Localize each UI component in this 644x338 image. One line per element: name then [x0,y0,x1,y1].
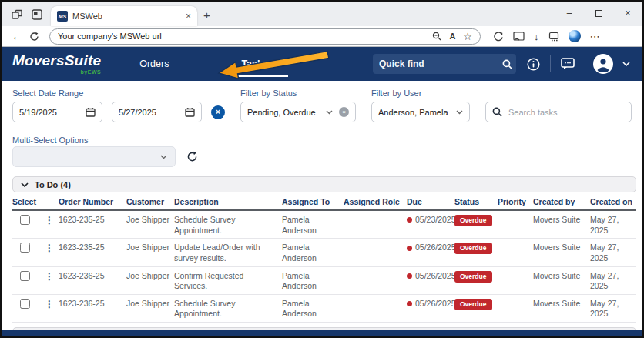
overdue-dot-icon [407,273,412,279]
nav-tab-tasks[interactable]: Tasks [240,54,270,74]
cell-created-on: May 27, 2025 [590,243,636,263]
chevron-down-icon[interactable] [456,110,463,115]
app-nav: Orders Tasks [138,54,270,74]
tab-actions-icon[interactable] [31,8,43,21]
date-to-field[interactable] [112,102,202,122]
status-badge: Overdue [454,243,492,254]
browser-tab[interactable]: MS MSWeb × [51,6,197,26]
cell-created-on: May 27, 2025 [590,215,636,236]
calendar-icon[interactable] [185,107,195,117]
calendar-icon[interactable] [86,107,96,117]
header-divider [585,55,585,72]
url-bar[interactable]: A ☆ [49,28,481,45]
task-row: ⋮ 1623-235-25 Joe Shipper Update Lead/Or… [12,239,636,266]
downloads-icon[interactable]: ↓ [534,31,539,42]
window-close-button[interactable]: × [613,2,642,25]
app-header: MoversSuite byEWS Orders Tasks [2,47,642,81]
logo-text: MoversSuite [12,52,101,69]
chevron-down-icon[interactable] [160,155,167,159]
date-to-input[interactable] [119,108,173,117]
row-menu-kebab-icon[interactable]: ⋮ [40,243,59,255]
refresh-button[interactable] [29,32,45,42]
window-minimize-button[interactable]: – [555,2,584,25]
col-assigned-role: Assigned Role [344,197,407,206]
clear-date-filter-icon[interactable]: × [211,105,225,119]
col-priority: Priority [498,197,533,206]
overdue-dot-icon [407,301,412,306]
favorite-star-icon[interactable]: ☆ [463,31,472,42]
task-row: ⋮ 1623-235-25 Joe Shipper Schedule Surve… [12,211,636,239]
tab-close-icon[interactable]: × [186,11,191,22]
browser-essentials-icon[interactable] [493,31,504,42]
status-badge: Overdue [454,215,492,226]
task-row: ⋮ 1623-236-25 Joe Shipper Schedule Surve… [12,295,636,323]
browser-profile-avatar[interactable] [569,30,581,42]
logo-subtext: byEWS [12,69,101,75]
cell-description: Schedule Survey Appointment. [174,215,282,236]
cell-created-on: May 27, 2025 [590,299,636,320]
url-input[interactable] [58,32,426,41]
status-badge: Overdue [454,299,492,310]
row-checkbox[interactable] [20,271,30,281]
cell-order-number: 1623-235-25 [59,243,126,253]
quick-find-search-icon[interactable] [502,59,512,69]
cell-assigned-to: Pamela Anderson [282,299,344,320]
search-tasks-field[interactable] [485,102,632,122]
cell-status: Overdue [454,243,498,254]
browser-toolbar: ← A ☆ ↓ ⋯ [2,26,642,47]
multi-select-label: Multi-Select Options [12,136,88,145]
info-icon[interactable] [524,58,542,71]
new-tab-button[interactable]: + [203,8,210,22]
cell-description: Schedule Survey Appointment. [174,299,282,320]
header-divider [550,55,551,72]
search-tasks-input[interactable] [508,108,625,117]
status-filter-select[interactable]: Pending, Overdue × [240,102,356,122]
status-badge: Overdue [454,271,492,283]
row-checkbox[interactable] [20,215,30,225]
window-maximize-button[interactable] [584,2,613,25]
cell-due: 05/23/2025 [407,215,454,226]
cell-status: Overdue [454,215,498,226]
date-from-field[interactable] [12,102,102,122]
read-aloud-icon[interactable]: A [449,32,455,41]
more-options-icon[interactable]: ⋯ [590,31,600,42]
quick-find-input[interactable] [379,59,502,69]
web-capture-icon[interactable] [548,32,559,42]
quick-find-box[interactable] [373,54,516,74]
chat-icon[interactable] [558,58,577,70]
zoom-out-icon[interactable] [432,32,441,41]
user-menu-chevron-down-icon[interactable] [621,62,632,66]
user-filter-select[interactable]: Anderson, Pamela (O... [371,102,470,122]
back-button[interactable]: ← [9,30,25,42]
cell-description: Update Lead/Order with survey results. [174,243,282,263]
row-menu-kebab-icon[interactable]: ⋮ [40,299,59,311]
task-row: ⋮ 1623-236-25 Joe Shipper Confirm Reques… [12,267,636,295]
multi-select-dropdown[interactable] [12,146,176,167]
col-assigned-to: Assigned To [282,197,344,206]
cell-description: Confirm Requested Services. [174,271,282,292]
user-avatar[interactable] [593,54,613,74]
cell-status: Overdue [454,271,498,283]
row-checkbox[interactable] [20,243,30,253]
row-checkbox[interactable] [20,299,30,309]
status-filter-value: Pending, Overdue [247,108,320,117]
section-todo-header[interactable]: To Do (4) [12,176,636,192]
row-menu-kebab-icon[interactable]: ⋮ [40,271,59,283]
nav-tab-orders[interactable]: Orders [138,54,170,74]
row-menu-kebab-icon[interactable]: ⋮ [40,215,59,227]
clear-status-filter-icon[interactable]: × [339,107,349,117]
workspaces-icon[interactable] [11,8,23,21]
col-created-on: Created on [590,197,636,206]
cell-due: 05/26/2025 [407,299,454,310]
cell-created-by: Movers Suite [533,215,590,226]
chevron-down-icon[interactable] [326,110,333,115]
cast-icon[interactable] [513,32,525,42]
refresh-tasks-icon[interactable] [186,151,198,162]
date-from-input[interactable] [19,108,73,117]
tab-title: MSWeb [72,12,181,21]
col-status: Status [454,197,498,206]
moverssuite-logo: MoversSuite byEWS [12,53,101,75]
col-description: Description [174,197,282,206]
tasks-page: Select Date Range × [2,81,642,330]
cell-due: 05/26/2025 [407,271,454,282]
